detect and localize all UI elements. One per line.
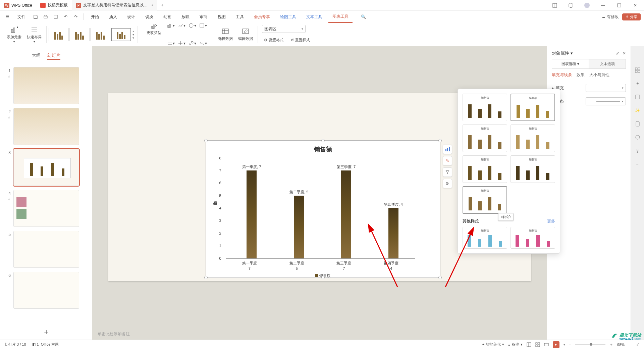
chart-prop-icon[interactable] <box>443 145 452 154</box>
menu-view[interactable]: 视图 <box>214 11 230 23</box>
chart-bar[interactable] <box>388 208 398 258</box>
view-reading-icon[interactable] <box>544 342 549 347</box>
add-element-button[interactable]: + 添加元素▾ <box>4 24 24 45</box>
menu-design[interactable]: 设计 <box>123 11 139 23</box>
menu-animation[interactable]: 动画 <box>159 11 175 23</box>
style-gallery-down-icon[interactable]: ▾ <box>132 33 134 36</box>
close-icon[interactable]: ✕ <box>629 1 641 10</box>
cube-icon[interactable] <box>565 1 577 10</box>
chart-style-option[interactable] <box>69 28 90 41</box>
close-panel-icon[interactable]: ✕ <box>623 51 626 56</box>
chart-opt4-icon[interactable]: ▾ <box>199 21 207 30</box>
chart-edit-icon[interactable]: ✎ <box>443 156 452 165</box>
slide-thumb-3[interactable] <box>13 149 79 186</box>
chart-plot-area[interactable]: 坐标轴标题 0 1 2 3 4 5 6 7 8 第一季度, 7 第二季度, 5 … <box>226 158 415 259</box>
set-style-button[interactable]: ⚙设置格式 <box>262 36 285 44</box>
zoom-in-button[interactable]: ＋ <box>609 342 613 347</box>
resize-handle[interactable] <box>204 276 208 279</box>
fill-select[interactable]: ▾ <box>586 84 626 92</box>
theme-indicator[interactable]: ◧1_Office 主题 <box>32 342 59 347</box>
line-select[interactable]: ▾ <box>586 97 626 105</box>
side-link-icon[interactable]: § <box>634 147 641 154</box>
chart-bar[interactable] <box>247 170 257 258</box>
menu-home[interactable]: 开始 <box>87 11 103 23</box>
reset-style-button[interactable]: ↺重置样式 <box>289 36 312 44</box>
print-preview-icon[interactable] <box>52 13 60 21</box>
slide-thumb-1[interactable] <box>13 67 79 104</box>
view-grid-icon[interactable] <box>535 342 540 347</box>
side-magic-icon[interactable]: ✨ <box>634 107 641 114</box>
effect-subtab[interactable]: 效果 <box>577 72 585 78</box>
style-gallery-up-icon[interactable]: ▴ <box>132 30 134 33</box>
notes-button[interactable]: ≡ 备注 ▾ <box>508 342 522 347</box>
chart-filter-icon[interactable] <box>443 167 452 177</box>
side-shape-icon[interactable] <box>634 134 641 141</box>
side-tools-icon[interactable] <box>634 66 641 74</box>
view-normal-icon[interactable] <box>527 342 531 347</box>
style-tile[interactable]: 销售额 <box>511 94 555 121</box>
slide-thumb-5[interactable] <box>13 231 79 268</box>
edit-data-button[interactable]: 编辑数据 <box>235 26 256 43</box>
style-tile[interactable]: 销售额 <box>463 124 507 152</box>
side-layers-icon[interactable] <box>634 93 641 101</box>
style-tile[interactable]: 销售额 <box>463 186 507 214</box>
slide-thumb-6[interactable] <box>13 272 79 309</box>
new-tab-button[interactable]: ＋ <box>157 0 168 11</box>
zoom-out-button[interactable]: − <box>569 343 571 347</box>
slides-tab[interactable]: 幻灯片 <box>47 52 60 60</box>
slide-thumb-2[interactable] <box>13 108 79 145</box>
select-data-button[interactable]: 选择数据 <box>215 26 235 43</box>
style-tile[interactable]: 销售额 <box>511 155 555 183</box>
style-gallery-more-icon[interactable]: ▾ <box>132 36 134 40</box>
menu-tools[interactable]: 工具 <box>232 11 248 23</box>
more-styles-link[interactable]: 更多 <box>547 218 555 224</box>
chart-settings-icon[interactable]: ⚙ <box>443 179 452 188</box>
resize-handle[interactable] <box>438 276 442 279</box>
side-ai-icon[interactable]: ✦ <box>634 80 641 87</box>
user-avatar-icon[interactable] <box>581 1 593 10</box>
chart-opt1-icon[interactable]: ▾ <box>167 21 175 30</box>
share-button[interactable]: ⇪分享 <box>622 13 641 20</box>
menu-hamburger-icon[interactable]: ☰ <box>3 13 11 21</box>
zoom-slider[interactable] <box>575 344 605 345</box>
fit-icon[interactable]: ⛶ <box>629 343 632 347</box>
save-status[interactable]: ☁有修改 <box>601 14 619 20</box>
chart-opt2-icon[interactable]: ▾ <box>177 21 185 30</box>
chart-region-select[interactable]: 图表区▾ <box>262 25 306 33</box>
menu-transition[interactable]: 切换 <box>141 11 157 23</box>
resize-handle[interactable] <box>321 276 325 279</box>
menu-slideshow[interactable]: 放映 <box>177 11 194 23</box>
menu-review[interactable]: 审阅 <box>196 11 212 23</box>
resize-handle[interactable] <box>204 139 208 142</box>
pin-icon[interactable]: ⤢ <box>616 51 619 56</box>
side-tablet-icon[interactable] <box>634 120 641 128</box>
outline-tab[interactable]: 大纲 <box>32 52 41 60</box>
menu-insert[interactable]: 插入 <box>105 11 121 23</box>
style-tile[interactable]: 销售额 <box>511 124 555 152</box>
style-tile[interactable]: 销售额 <box>463 94 507 121</box>
search-icon[interactable]: 🔍 <box>359 13 367 21</box>
maximize-icon[interactable] <box>613 1 625 10</box>
close-tab-icon[interactable]: • <box>152 3 153 8</box>
resize-handle[interactable] <box>321 139 325 142</box>
other-style-tile[interactable]: 销售额 <box>511 227 555 249</box>
app-tab-document[interactable]: P 文字是人类用符号记录表达信息以… • <box>72 0 157 11</box>
chart-options-tab[interactable]: 图表选项 ▾ <box>552 59 589 69</box>
chart-bar[interactable] <box>294 196 304 258</box>
chart-style-option[interactable] <box>49 28 69 41</box>
fill-line-subtab[interactable]: 填充与线条 <box>552 72 572 78</box>
redo-icon[interactable]: ↷ <box>72 13 80 21</box>
quick-layout-button[interactable]: 快速布局▾ <box>24 24 44 45</box>
menu-draw[interactable]: 绘图工具 <box>276 11 300 23</box>
minimize-icon[interactable]: — <box>597 1 609 10</box>
undo-icon[interactable]: ↶ <box>62 13 70 21</box>
other-style-tile[interactable]: 销售额 <box>463 227 507 249</box>
chart-bar[interactable] <box>341 170 351 258</box>
chart-style-option[interactable] <box>90 28 110 41</box>
size-subtab[interactable]: 大小与属性 <box>589 72 609 78</box>
beautify-button[interactable]: ✦智能美化 ▾ <box>482 342 504 347</box>
menu-chart[interactable]: 图表工具 <box>328 11 353 23</box>
expand-icon[interactable]: ⤢ <box>636 342 639 347</box>
text-options-tab[interactable]: 文本选项 <box>589 59 626 69</box>
play-button[interactable]: ▸ <box>553 341 559 348</box>
